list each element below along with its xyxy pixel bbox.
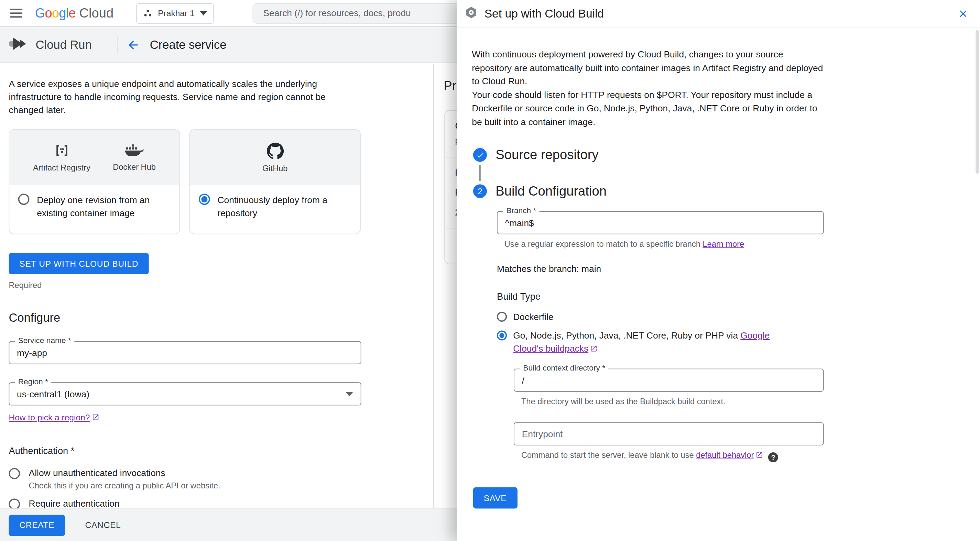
google-cloud-logo: Google Cloud xyxy=(35,5,113,21)
cloud-build-panel: Set up with Cloud Build With continuous … xyxy=(457,0,980,541)
auth-option-desc: Check this if you are creating a public … xyxy=(29,481,220,490)
artifact-registry-label: Artifact Registry xyxy=(33,163,91,172)
step2-number: 2 xyxy=(473,184,487,198)
artifact-registry-option: Artifact Registry xyxy=(33,142,91,172)
radio-buildpacks[interactable] xyxy=(497,331,507,341)
step-complete-icon xyxy=(473,148,487,162)
auth-option-label: Allow unauthenticated invocations xyxy=(29,468,165,478)
cloud-build-icon xyxy=(464,5,478,22)
radio-continuous-deploy-label: Continuously deploy from a repository xyxy=(218,194,352,220)
logo-cloud-text: Cloud xyxy=(79,5,113,21)
region-select[interactable]: Region * us-central1 (Iowa) xyxy=(9,382,361,405)
cloud-run-icon xyxy=(8,36,27,55)
docker-hub-option: Docker Hub xyxy=(113,143,156,172)
branch-helper-text: Use a regular expression to match to a s… xyxy=(504,239,703,249)
setup-cloud-build-button[interactable]: SET UP WITH CLOUD BUILD xyxy=(9,253,149,274)
authentication-heading: Authentication * xyxy=(9,446,433,456)
help-icon[interactable]: ? xyxy=(768,452,778,462)
step-source-repository[interactable]: Source repository xyxy=(472,148,965,163)
product-name: Cloud Run xyxy=(36,38,92,52)
service-name-field[interactable]: Service name * my-app xyxy=(9,341,361,364)
menu-icon[interactable] xyxy=(10,8,22,18)
build-context-field[interactable]: Build context directory * / xyxy=(514,368,824,392)
entrypoint-field[interactable]: Entrypoint xyxy=(514,422,824,446)
service-name-label: Service name * xyxy=(15,336,74,345)
external-link-icon xyxy=(756,451,764,460)
docker-hub-label: Docker Hub xyxy=(113,163,156,172)
close-icon[interactable] xyxy=(958,8,969,20)
branch-field[interactable]: Branch * ^main$ xyxy=(497,211,824,234)
region-help-link[interactable]: How to pick a region? xyxy=(9,413,90,422)
auth-option-require: Require authentication Manage authorized… xyxy=(9,498,433,509)
project-name: Prakhar 1 xyxy=(158,9,194,18)
build-configuration-form: Branch * ^main$ Use a regular expression… xyxy=(497,211,965,462)
service-intro-text: A service exposes a unique endpoint and … xyxy=(9,77,360,117)
external-link-icon xyxy=(92,414,99,423)
panel-intro-1: With continuous deployment powered by Cl… xyxy=(472,48,825,88)
build-type-dockerfile: Dockerfile xyxy=(497,310,965,324)
step2-title: Build Configuration xyxy=(495,184,606,199)
card-repository: GitHub Continuously deploy from a reposi… xyxy=(189,129,361,234)
step1-title: Source repository xyxy=(495,148,598,163)
logo-google-text: Google xyxy=(35,5,76,21)
panel-intro-2: Your code should listen for HTTP request… xyxy=(472,88,825,129)
chevron-down-icon xyxy=(345,392,353,397)
radio-require-authentication[interactable] xyxy=(9,498,20,508)
radio-allow-unauthenticated[interactable] xyxy=(9,468,20,479)
step-build-configuration[interactable]: 2 Build Configuration xyxy=(472,184,965,199)
branch-match-text: Matches the branch: main xyxy=(497,263,965,274)
panel-scrollbar[interactable] xyxy=(975,30,978,174)
github-label: GitHub xyxy=(262,163,288,173)
github-option: GitHub xyxy=(262,142,288,173)
page-title: Create service xyxy=(150,38,227,52)
back-arrow-icon[interactable] xyxy=(126,38,140,52)
build-type-label: Build Type xyxy=(497,291,965,302)
default-behavior-link[interactable]: default behavior xyxy=(696,450,754,460)
artifact-registry-icon xyxy=(54,142,70,159)
auth-option-label: Require authentication xyxy=(29,498,120,508)
service-name-value: my-app xyxy=(17,347,47,357)
build-context-value: / xyxy=(522,375,524,385)
card-container-image: Artifact Registry Docker Hub Deploy one … xyxy=(9,129,180,234)
panel-header: Set up with Cloud Build xyxy=(457,0,980,28)
docker-hub-icon xyxy=(125,143,144,158)
cancel-button[interactable]: CANCEL xyxy=(85,520,121,530)
configure-heading: Configure xyxy=(9,311,433,325)
project-selector[interactable]: Prakhar 1 xyxy=(136,3,214,23)
deployment-source-cards: Artifact Registry Docker Hub Deploy one … xyxy=(9,129,433,234)
entrypoint-helper-text: Command to start the server, leave blank… xyxy=(521,450,696,460)
build-context-label: Build context directory * xyxy=(520,364,608,372)
radio-deploy-existing-image-label: Deploy one revision from an existing con… xyxy=(37,194,170,220)
stepper: Source repository 2 Build Configuration … xyxy=(472,148,965,462)
radio-dockerfile[interactable] xyxy=(497,312,507,322)
create-service-form: A service exposes a unique endpoint and … xyxy=(0,63,433,508)
auth-option-unauthenticated: Allow unauthenticated invocations Check … xyxy=(9,468,433,490)
chevron-down-icon xyxy=(200,11,207,16)
buildpacks-label-text: Go, Node.js, Python, Java, .NET Core, Ru… xyxy=(513,331,740,341)
region-label: Region * xyxy=(15,378,51,386)
create-button[interactable]: CREATE xyxy=(9,514,65,536)
gcp-console: Google Cloud Prakhar 1 Search (/) for re… xyxy=(0,0,980,541)
required-note: Required xyxy=(9,281,433,290)
entrypoint-placeholder: Entrypoint xyxy=(522,429,563,439)
learn-more-link[interactable]: Learn more xyxy=(703,239,744,249)
save-button[interactable]: SAVE xyxy=(473,487,517,509)
build-type-buildpacks: Go, Node.js, Python, Java, .NET Core, Ru… xyxy=(497,329,965,356)
region-value: us-central1 (Iowa) xyxy=(17,389,89,399)
panel-title: Set up with Cloud Build xyxy=(485,7,604,21)
dockerfile-label: Dockerfile xyxy=(513,310,553,324)
radio-deploy-existing-image[interactable] xyxy=(18,194,30,205)
project-icon xyxy=(143,9,152,18)
step-connector xyxy=(479,165,481,181)
divider xyxy=(116,36,117,55)
external-link-icon xyxy=(590,343,598,356)
radio-continuous-deploy[interactable] xyxy=(199,194,210,205)
github-icon xyxy=(266,142,283,159)
branch-label: Branch * xyxy=(503,206,539,215)
search-placeholder: Search (/) for resources, docs, produ xyxy=(263,8,411,18)
branch-value: ^main$ xyxy=(505,217,534,227)
build-context-helper: The directory will be used as the Buildp… xyxy=(521,397,965,406)
